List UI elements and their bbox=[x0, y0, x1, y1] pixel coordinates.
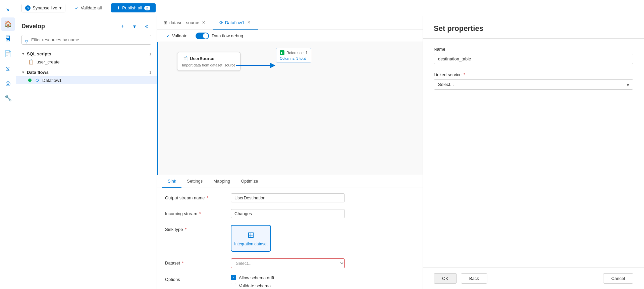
sink-tab-settings[interactable]: Settings bbox=[181, 175, 208, 188]
user-create-label: user_create bbox=[37, 59, 60, 64]
incoming-stream-label: Incoming stream * bbox=[165, 209, 225, 216]
dataset-select[interactable]: Select... bbox=[231, 258, 345, 268]
integration-dataset-option[interactable]: ⊞ Integration dataset bbox=[231, 225, 271, 252]
data-flows-arrow: ▼ bbox=[21, 70, 25, 74]
user-create-item[interactable]: 📋 user_create bbox=[16, 58, 157, 66]
options-row: Options ✓ Allow schema drift Validate sc… bbox=[165, 275, 415, 288]
dataset-source-tab-close[interactable]: ✕ bbox=[201, 19, 206, 26]
dataflow1-tab-label: Dataflow1 bbox=[225, 20, 245, 25]
publish-all-button[interactable]: ⬆ Publish all 2 bbox=[111, 3, 155, 12]
tools-icon: 🔧 bbox=[4, 94, 12, 102]
left-border bbox=[157, 42, 158, 175]
sink-tab-mapping[interactable]: Mapping bbox=[208, 175, 235, 188]
incoming-stream-input[interactable] bbox=[231, 209, 345, 218]
data-flows-count: 1 bbox=[149, 70, 151, 75]
connector-area bbox=[236, 60, 276, 72]
sink-form: Output stream name * Incoming stream * bbox=[157, 188, 423, 289]
validate-all-button[interactable]: ✓ Validate all bbox=[71, 4, 106, 12]
back-button[interactable]: Back bbox=[461, 273, 487, 284]
allow-schema-checkbox[interactable]: ✓ bbox=[231, 275, 236, 280]
linked-service-form-group: Linked service * Select... ▾ bbox=[434, 72, 633, 90]
name-input[interactable] bbox=[434, 54, 633, 64]
dataflow1-tab-icon: ⟳ bbox=[219, 20, 223, 25]
dataflow1-tab-close[interactable]: ✕ bbox=[247, 19, 251, 26]
linked-service-form-label: Linked service * bbox=[434, 72, 633, 77]
sql-scripts-header[interactable]: ▼ SQL scripts 1 bbox=[16, 50, 157, 58]
minimize-panel-button[interactable]: « bbox=[142, 21, 151, 31]
dataflow-icon: ⟳ bbox=[36, 78, 40, 83]
tab-dataflow1[interactable]: ⟳ Dataflow1 ✕ bbox=[213, 16, 258, 30]
validate-button[interactable]: ✓ Validate bbox=[162, 32, 192, 40]
validate-all-label: Validate all bbox=[81, 5, 102, 10]
monitor-icon-btn[interactable]: ◎ bbox=[1, 77, 15, 90]
collapse-icon-btn[interactable]: » bbox=[1, 3, 15, 16]
filter-wrapper: ▽ bbox=[16, 34, 157, 49]
sql-scripts-arrow: ▼ bbox=[21, 52, 25, 56]
sql-scripts-count: 1 bbox=[149, 52, 151, 56]
user-source-subtitle: Import data from dataset_source bbox=[182, 63, 235, 67]
content-area: Develop + ▾ « ▽ ▼ SQL scripts bbox=[16, 16, 644, 289]
integration-dataset-label: Integration dataset bbox=[234, 242, 267, 246]
canvas-area[interactable]: 📄 UserSource Import data from dataset_so… bbox=[157, 42, 423, 175]
sink-type-label: Sink type * bbox=[165, 225, 225, 232]
collapse-all-button[interactable]: ▾ bbox=[130, 21, 139, 31]
columns-count: Columns: 3 total bbox=[280, 56, 308, 60]
integration-dataset-icon: ⊞ bbox=[248, 230, 254, 240]
data-flows-label: Data flows bbox=[27, 70, 49, 75]
tools-icon-btn[interactable]: 🔧 bbox=[1, 91, 15, 105]
develop-panel: Develop + ▾ « ▽ ▼ SQL scripts bbox=[16, 16, 157, 289]
dataset-label: Dataset * bbox=[165, 258, 225, 266]
main-content: S Synapse live ▾ ✓ Validate all ⬆ Publis… bbox=[16, 0, 644, 289]
filter-input[interactable] bbox=[21, 35, 151, 45]
top-bar: S Synapse live ▾ ✓ Validate all ⬆ Publis… bbox=[16, 0, 644, 16]
add-resource-button[interactable]: + bbox=[118, 21, 127, 31]
debug-label: Data flow debug bbox=[212, 33, 243, 38]
sink-type-row: Sink type * ⊞ Integration dataset bbox=[165, 225, 415, 252]
pipeline-icon-btn[interactable]: ⧖ bbox=[1, 62, 15, 75]
dataset-select-wrapper: Select... bbox=[231, 258, 345, 268]
monitor-icon: ◎ bbox=[5, 80, 11, 87]
data-flows-group: ▼ Data flows 1 ⟳ Dataflow1 bbox=[16, 67, 157, 86]
output-stream-row: Output stream name * bbox=[165, 193, 415, 202]
name-form-label: Name bbox=[434, 47, 633, 52]
synapse-live-button[interactable]: S Synapse live ▾ bbox=[21, 4, 65, 12]
validate-schema-checkbox[interactable] bbox=[231, 283, 236, 288]
right-panel-body: Name Linked service * Select... ▾ bbox=[423, 39, 644, 268]
debug-toggle[interactable] bbox=[196, 33, 209, 39]
debug-toggle-wrapper: Data flow debug bbox=[196, 33, 243, 39]
document-icon-btn[interactable]: 📄 bbox=[1, 47, 15, 60]
output-stream-input[interactable] bbox=[231, 193, 345, 202]
dataflow1-item[interactable]: ⟳ Dataflow1 bbox=[16, 76, 157, 84]
sink-tab-optimize[interactable]: Optimize bbox=[235, 175, 263, 188]
upload-icon: ⬆ bbox=[116, 5, 120, 10]
sink-tab-sink[interactable]: Sink bbox=[162, 175, 181, 188]
database-icon-btn[interactable]: 🗄 bbox=[1, 32, 15, 46]
user-source-node[interactable]: 📄 UserSource Import data from dataset_so… bbox=[177, 52, 240, 71]
checkbox-check-icon: ✓ bbox=[232, 276, 235, 280]
incoming-stream-row: Incoming stream * bbox=[165, 209, 415, 218]
validate-schema-label: Validate schema bbox=[239, 283, 271, 288]
cancel-button[interactable]: Cancel bbox=[603, 273, 633, 284]
tab-dataset-source[interactable]: ⊞ dataset_source ✕ bbox=[157, 16, 213, 30]
name-form-group: Name bbox=[434, 47, 633, 64]
user-source-header: 📄 UserSource bbox=[182, 56, 235, 61]
user-source-title: UserSource bbox=[190, 56, 214, 61]
filter-icon: ▽ bbox=[25, 39, 28, 44]
sql-scripts-label: SQL scripts bbox=[27, 51, 51, 56]
tool-bar: ✓ Validate Data flow debug bbox=[157, 30, 423, 42]
checkmark-icon: ✓ bbox=[75, 5, 79, 11]
home-icon-btn[interactable]: 🏠 bbox=[1, 17, 15, 31]
develop-header: Develop + ▾ « bbox=[16, 16, 157, 34]
tabs-row: ⊞ dataset_source ✕ ⟳ Dataflow1 ✕ bbox=[157, 16, 423, 30]
validate-schema-checkbox-row[interactable]: Validate schema bbox=[231, 283, 274, 288]
sink-config-panel: Sink Settings Mapping Optimize Output st… bbox=[157, 175, 423, 289]
dataflow-status-dot bbox=[28, 79, 32, 82]
data-flows-header[interactable]: ▼ Data flows 1 bbox=[16, 68, 157, 76]
allow-schema-checkbox-row[interactable]: ✓ Allow schema drift bbox=[231, 275, 274, 280]
options-label: Options bbox=[165, 275, 225, 282]
ok-button[interactable]: OK bbox=[434, 273, 457, 284]
dataset-source-tab-icon: ⊞ bbox=[164, 20, 167, 25]
linked-service-select[interactable]: Select... bbox=[434, 79, 633, 90]
sql-scripts-left: ▼ SQL scripts bbox=[21, 51, 51, 56]
validate-check-icon: ✓ bbox=[166, 33, 170, 38]
